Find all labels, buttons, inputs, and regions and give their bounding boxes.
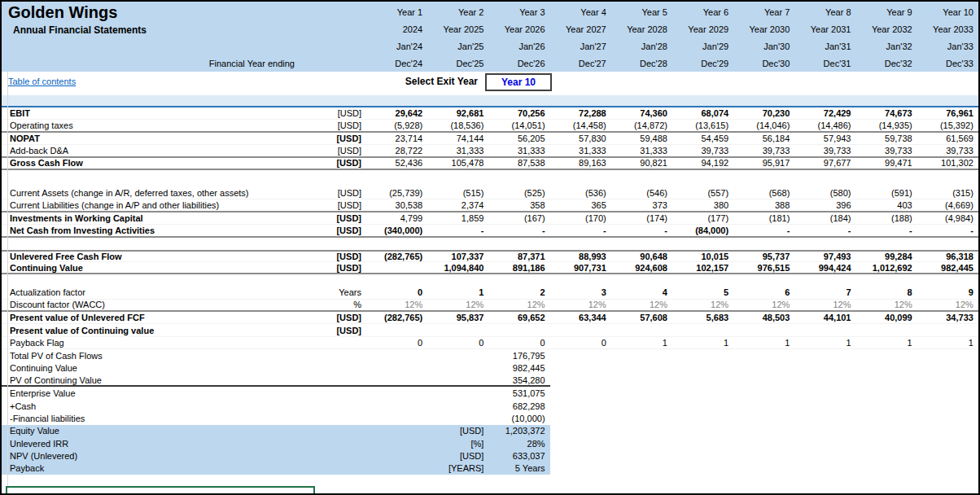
cell-value[interactable]: 68,074 [672, 108, 733, 118]
row-unit[interactable]: [USD] [300, 226, 366, 235]
cell-value[interactable]: (14,458) [550, 120, 611, 130]
cell-value[interactable]: 97,493 [794, 252, 855, 261]
cell-value[interactable]: 891,186 [488, 263, 549, 273]
cell-value[interactable]: 5 [672, 287, 733, 297]
cell-value[interactable]: 0 [366, 338, 427, 348]
cell-value[interactable]: 396 [794, 200, 855, 210]
cell-value[interactable]: 12% [794, 300, 855, 309]
cell-value[interactable]: 54,459 [672, 134, 733, 143]
cell-value[interactable]: 10,015 [672, 252, 733, 261]
cell-value[interactable]: (557) [672, 188, 733, 198]
cell-value[interactable]: 39,733 [672, 146, 733, 156]
cell-value[interactable]: 3 [550, 287, 611, 297]
cell-value[interactable]: (174) [611, 213, 672, 223]
cell-value[interactable]: 72,429 [794, 108, 855, 118]
cell-value[interactable]: 1,203,372 [488, 426, 549, 436]
cell-value[interactable]: 57,943 [794, 134, 855, 143]
row-unit[interactable]: [USD] [427, 451, 488, 461]
cell-value[interactable]: 1 [733, 338, 794, 348]
cell-value[interactable]: 74,673 [856, 108, 917, 118]
cell-value[interactable]: 70,230 [733, 108, 794, 118]
row-label[interactable]: NOPAT [8, 134, 300, 143]
row-unit[interactable]: [USD] [300, 252, 366, 261]
row-label[interactable]: Add-back D&A [8, 146, 300, 156]
row-unit[interactable]: [USD] [300, 200, 366, 210]
cell-value[interactable]: 531,075 [488, 388, 549, 398]
cell-value[interactable]: 39,733 [917, 146, 978, 156]
cell-value[interactable]: 39,733 [856, 146, 917, 156]
cell-value[interactable]: 12% [733, 300, 794, 309]
row-unit[interactable]: [USD] [300, 120, 366, 130]
cell-value[interactable]: 12% [550, 300, 611, 309]
cell-value[interactable]: 380 [672, 200, 733, 210]
cell-value[interactable]: (10,000) [488, 414, 549, 423]
row-label[interactable]: Actualization factor [8, 287, 300, 297]
row-label[interactable]: Gross Cash Flow [8, 158, 300, 168]
cell-value[interactable]: (14,046) [733, 120, 794, 130]
cell-value[interactable]: 99,471 [856, 158, 917, 168]
cell-value[interactable]: 31,333 [611, 146, 672, 156]
cell-value[interactable]: 28% [488, 439, 549, 449]
cell-value[interactable]: 1,094,840 [427, 263, 488, 273]
row-label[interactable]: Equity Value [8, 426, 300, 436]
cell-value[interactable]: 92,681 [427, 108, 488, 118]
table-of-contents-link[interactable]: Table of contents [8, 77, 76, 86]
cell-value[interactable]: - [856, 226, 917, 235]
cell-value[interactable]: 90,648 [611, 252, 672, 261]
row-label[interactable]: Unlevered Free Cash Flow [8, 252, 300, 261]
cell-value[interactable]: 39,733 [733, 146, 794, 156]
cell-value[interactable]: 23,714 [366, 134, 427, 143]
cell-value[interactable]: 982,445 [488, 363, 549, 373]
cell-value[interactable]: (4,984) [917, 213, 978, 223]
cell-value[interactable]: 29,642 [366, 108, 427, 118]
cell-value[interactable]: (580) [794, 188, 855, 198]
row-label[interactable]: EBIT [8, 108, 300, 118]
cell-value[interactable]: 1 [672, 338, 733, 348]
cell-value[interactable]: 0 [488, 338, 549, 348]
cell-value[interactable]: 403 [856, 200, 917, 210]
row-unit[interactable]: [%] [427, 439, 488, 449]
cell-value[interactable]: (188) [856, 213, 917, 223]
row-unit[interactable]: [USD] [427, 426, 488, 436]
cell-value[interactable]: 97,677 [794, 158, 855, 168]
row-label[interactable]: Current Liabilities (change in A/P and o… [8, 200, 300, 210]
cell-value[interactable]: 1,012,692 [856, 263, 917, 273]
cell-value[interactable]: (84,000) [672, 226, 733, 235]
cell-value[interactable]: (14,486) [794, 120, 855, 130]
cell-value[interactable]: 4,799 [366, 213, 427, 223]
exit-year-dropdown[interactable]: Year 10 [485, 73, 552, 91]
cell-value[interactable]: (18,536) [427, 120, 488, 130]
cell-value[interactable]: 0 [366, 287, 427, 297]
cell-value[interactable]: 87,538 [488, 158, 549, 168]
cell-value[interactable]: 0 [427, 338, 488, 348]
row-unit[interactable]: [USD] [300, 146, 366, 156]
cell-value[interactable]: (184) [794, 213, 855, 223]
row-unit[interactable]: % [300, 300, 366, 309]
cell-value[interactable]: 30,538 [366, 200, 427, 210]
cell-value[interactable]: 1,859 [427, 213, 488, 223]
cell-value[interactable]: 88,993 [550, 252, 611, 261]
cell-value[interactable]: 52,436 [366, 158, 427, 168]
row-label[interactable]: +Cash [8, 401, 300, 411]
cell-value[interactable]: 34,733 [917, 313, 978, 322]
cell-value[interactable]: (282,765) [366, 313, 427, 322]
row-unit[interactable]: [USD] [300, 188, 366, 198]
cell-value[interactable]: 1 [856, 338, 917, 348]
cell-value[interactable]: 176,795 [488, 351, 549, 361]
cell-value[interactable]: 40,099 [856, 313, 917, 322]
cell-value[interactable]: 1 [611, 338, 672, 348]
cell-value[interactable]: 28,722 [366, 146, 427, 156]
row-label[interactable]: Discount factor (WACC) [8, 300, 300, 309]
row-unit[interactable]: [USD] [300, 313, 366, 322]
cell-value[interactable]: 5 Years [488, 463, 549, 473]
row-label[interactable]: Operating taxes [8, 120, 300, 130]
row-unit[interactable]: [USD] [300, 213, 366, 223]
cell-value[interactable]: 12% [611, 300, 672, 309]
cell-value[interactable]: 96,318 [917, 252, 978, 261]
cell-value[interactable]: (525) [488, 188, 549, 198]
cell-value[interactable]: 56,205 [488, 134, 549, 143]
cell-value[interactable]: (177) [672, 213, 733, 223]
cell-value[interactable]: 4 [611, 287, 672, 297]
cell-value[interactable]: - [733, 226, 794, 235]
cell-value[interactable]: 365 [550, 200, 611, 210]
